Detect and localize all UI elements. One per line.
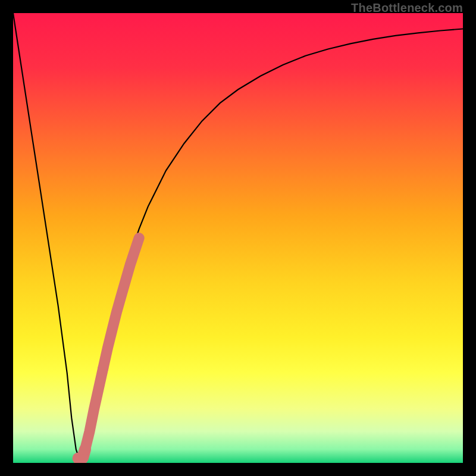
bottleneck-chart <box>13 13 463 463</box>
outer-frame: TheBottleneck.com <box>0 0 476 476</box>
gradient-background <box>13 13 463 463</box>
plot-area <box>13 13 463 463</box>
